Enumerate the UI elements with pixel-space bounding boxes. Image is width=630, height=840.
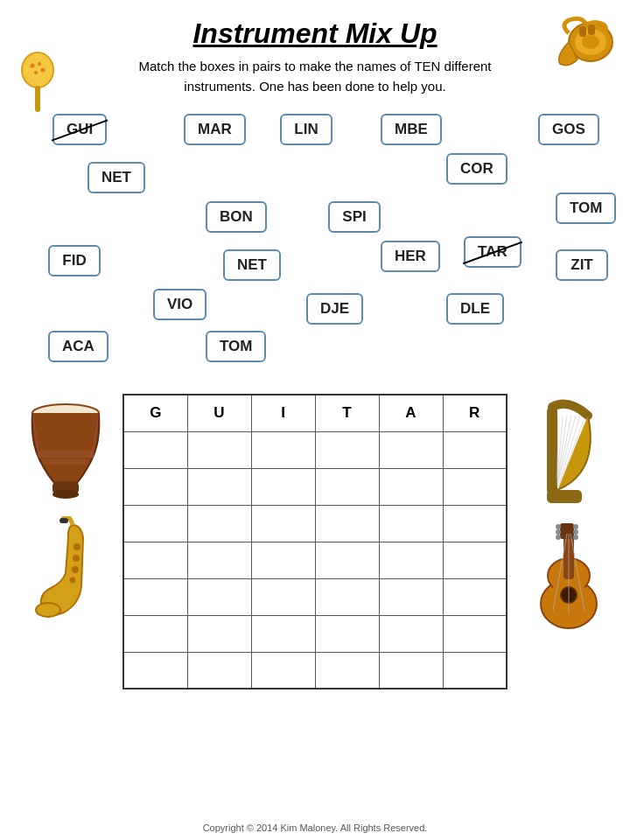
word-box-tar[interactable]: TAR bbox=[464, 236, 522, 268]
grid-cell-r5-c2[interactable] bbox=[251, 615, 315, 652]
svg-point-14 bbox=[52, 490, 79, 499]
saxophone-image bbox=[29, 516, 103, 630]
copyright-text: Copyright © 2014 Kim Maloney. All Rights… bbox=[18, 822, 612, 833]
svg-rect-11 bbox=[588, 24, 595, 35]
grid-cell-r3-c1[interactable] bbox=[187, 542, 251, 578]
svg-point-23 bbox=[69, 578, 75, 584]
word-box-vio[interactable]: VIO bbox=[153, 289, 206, 320]
grid-cell-r4-c2[interactable] bbox=[251, 578, 315, 615]
grid-cell-r4-c0[interactable] bbox=[123, 578, 187, 615]
grid-cell-r5-c1[interactable] bbox=[187, 615, 251, 652]
word-box-dje[interactable]: DJE bbox=[306, 293, 363, 325]
word-box-zit[interactable]: ZIT bbox=[556, 249, 608, 281]
answer-grid: GUITAR bbox=[122, 394, 508, 690]
grid-cell-r0-c2[interactable] bbox=[251, 431, 315, 468]
svg-rect-40 bbox=[560, 523, 574, 539]
grid-cell-r3-c4[interactable] bbox=[379, 542, 443, 578]
word-area: GUIMARLINMBEGOSNETCORBONSPITOMFIDHERTARN… bbox=[18, 105, 612, 385]
page-title: Instrument Mix Up bbox=[18, 18, 612, 50]
word-box-gos[interactable]: GOS bbox=[538, 114, 599, 145]
svg-point-3 bbox=[38, 62, 41, 66]
grid-cell-r6-c5[interactable] bbox=[443, 652, 507, 689]
grid-cell-r1-c4[interactable] bbox=[379, 468, 443, 505]
svg-point-22 bbox=[72, 566, 79, 573]
svg-point-2 bbox=[31, 64, 35, 68]
word-box-dle[interactable]: DLE bbox=[446, 293, 504, 325]
word-box-her[interactable]: HER bbox=[381, 241, 440, 272]
grid-cell-r4-c1[interactable] bbox=[187, 578, 251, 615]
word-box-net[interactable]: NET bbox=[88, 162, 145, 193]
grid-cell-r1-c5[interactable] bbox=[443, 468, 507, 505]
french-horn-decoration bbox=[551, 7, 617, 72]
svg-point-43 bbox=[556, 535, 561, 540]
grid-container: GUITAR bbox=[122, 394, 508, 690]
grid-cell-r2-c1[interactable] bbox=[187, 505, 251, 542]
svg-point-9 bbox=[582, 35, 599, 49]
svg-point-19 bbox=[36, 603, 60, 617]
grid-cell-r0-c0[interactable] bbox=[123, 431, 187, 468]
left-instruments bbox=[18, 394, 114, 630]
word-box-bon[interactable]: BON bbox=[206, 201, 267, 233]
grid-cell-r0-c4[interactable] bbox=[379, 431, 443, 468]
grid-cell-r2-c4[interactable] bbox=[379, 505, 443, 542]
grid-cell-r6-c1[interactable] bbox=[187, 652, 251, 689]
grid-cell-r6-c3[interactable] bbox=[315, 652, 379, 689]
svg-point-21 bbox=[73, 555, 80, 562]
svg-rect-10 bbox=[579, 26, 586, 37]
grid-header-a: A bbox=[379, 395, 443, 431]
grid-cell-r0-c5[interactable] bbox=[443, 431, 507, 468]
grid-cell-r6-c2[interactable] bbox=[251, 652, 315, 689]
word-box-tom2[interactable]: TOM bbox=[206, 331, 266, 362]
svg-point-44 bbox=[573, 524, 578, 529]
word-box-cor[interactable]: COR bbox=[446, 153, 508, 185]
grid-cell-r6-c0[interactable] bbox=[123, 652, 187, 689]
svg-point-20 bbox=[74, 543, 80, 550]
harp-image bbox=[525, 394, 604, 508]
word-box-mbe[interactable]: MBE bbox=[381, 114, 442, 145]
word-box-mar[interactable]: MAR bbox=[184, 114, 246, 145]
word-box-gui[interactable]: GUI bbox=[52, 114, 107, 145]
grid-cell-r5-c5[interactable] bbox=[443, 615, 507, 652]
svg-point-4 bbox=[34, 71, 38, 74]
word-box-spi[interactable]: SPI bbox=[328, 201, 381, 233]
grid-cell-r5-c4[interactable] bbox=[379, 615, 443, 652]
grid-header-r: R bbox=[443, 395, 507, 431]
svg-rect-26 bbox=[547, 407, 557, 494]
grid-cell-r2-c2[interactable] bbox=[251, 505, 315, 542]
grid-cell-r1-c3[interactable] bbox=[315, 468, 379, 505]
grid-cell-r5-c3[interactable] bbox=[315, 615, 379, 652]
grid-cell-r1-c0[interactable] bbox=[123, 468, 187, 505]
svg-point-46 bbox=[573, 535, 578, 540]
grid-cell-r0-c3[interactable] bbox=[315, 431, 379, 468]
grid-cell-r1-c2[interactable] bbox=[251, 468, 315, 505]
word-box-lin[interactable]: LIN bbox=[280, 114, 332, 145]
grid-cell-r2-c5[interactable] bbox=[443, 505, 507, 542]
grid-header-g: G bbox=[123, 395, 187, 431]
grid-cell-r4-c5[interactable] bbox=[443, 578, 507, 615]
svg-rect-24 bbox=[60, 518, 68, 523]
grid-cell-r1-c1[interactable] bbox=[187, 468, 251, 505]
grid-cell-r5-c0[interactable] bbox=[123, 615, 187, 652]
svg-point-5 bbox=[41, 68, 46, 73]
grid-cell-r4-c3[interactable] bbox=[315, 578, 379, 615]
svg-rect-18 bbox=[42, 459, 89, 465]
grid-cell-r3-c2[interactable] bbox=[251, 542, 315, 578]
svg-point-45 bbox=[573, 529, 578, 535]
grid-cell-r3-c0[interactable] bbox=[123, 542, 187, 578]
grid-cell-r0-c1[interactable] bbox=[187, 431, 251, 468]
svg-rect-17 bbox=[38, 451, 94, 458]
grid-cell-r6-c4[interactable] bbox=[379, 652, 443, 689]
word-box-fid[interactable]: FID bbox=[48, 245, 101, 276]
grid-cell-r3-c3[interactable] bbox=[315, 542, 379, 578]
grid-header-i: I bbox=[251, 395, 315, 431]
right-instruments bbox=[516, 394, 612, 630]
grid-cell-r3-c5[interactable] bbox=[443, 542, 507, 578]
word-box-aca[interactable]: ACA bbox=[48, 331, 108, 362]
grid-cell-r2-c0[interactable] bbox=[123, 505, 187, 542]
word-box-net2[interactable]: NET bbox=[223, 249, 281, 281]
grid-cell-r2-c3[interactable] bbox=[315, 505, 379, 542]
grid-cell-r4-c4[interactable] bbox=[379, 578, 443, 615]
word-box-tom[interactable]: TOM bbox=[556, 192, 616, 224]
guitar-image bbox=[525, 516, 604, 630]
bottom-section: GUITAR bbox=[18, 394, 612, 690]
